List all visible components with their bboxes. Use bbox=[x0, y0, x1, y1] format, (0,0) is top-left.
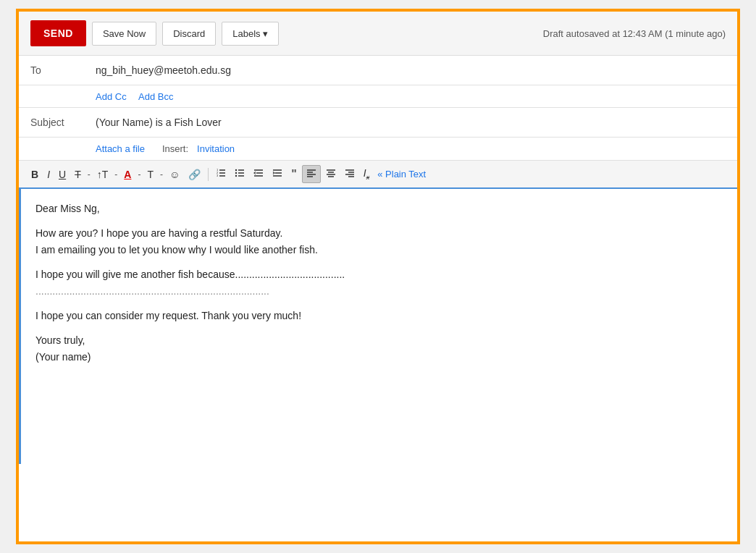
font-color-button[interactable]: A bbox=[120, 166, 135, 182]
body-para2: I hope you will give me another fish bec… bbox=[35, 266, 723, 299]
to-label: To bbox=[30, 56, 96, 85]
send-button[interactable]: SEND bbox=[30, 20, 86, 46]
text-bg-button[interactable]: T bbox=[143, 166, 157, 182]
draft-status: Draft autosaved at 12:43 AM (1 minute ag… bbox=[543, 28, 726, 39]
attach-file-link[interactable]: Attach a file bbox=[96, 143, 145, 154]
cc-bcc-row: Add Cc Add Bcc bbox=[19, 85, 737, 108]
svg-point-6 bbox=[235, 169, 237, 171]
align-left-button[interactable] bbox=[302, 165, 321, 183]
labels-button[interactable]: Labels ▾ bbox=[222, 22, 279, 46]
align-right-button[interactable] bbox=[341, 166, 358, 182]
attach-row: Attach a file Insert: Invitation bbox=[19, 138, 737, 161]
formatting-toolbar: B I U T - ↑T - A - T - ☺ 🔗 123 bbox=[19, 161, 737, 189]
svg-point-8 bbox=[235, 175, 237, 177]
compose-toolbar: SEND Save Now Discard Labels ▾ Draft aut… bbox=[19, 12, 737, 56]
insert-label: Insert: bbox=[162, 143, 188, 154]
body-greeting: Dear Miss Ng, bbox=[35, 200, 723, 216]
plain-text-link[interactable]: « Plain Text bbox=[377, 169, 426, 180]
compose-window: SEND Save Now Discard Labels ▾ Draft aut… bbox=[16, 9, 740, 544]
link-button[interactable]: 🔗 bbox=[185, 166, 204, 182]
separator-1 bbox=[208, 168, 209, 181]
subject-field[interactable] bbox=[96, 108, 726, 137]
numbered-list-button[interactable]: 123 bbox=[212, 166, 230, 182]
svg-text:3: 3 bbox=[217, 174, 219, 177]
subject-label: Subject bbox=[30, 108, 96, 137]
align-center-button[interactable] bbox=[322, 166, 340, 182]
quote-button[interactable]: " bbox=[287, 166, 301, 183]
add-cc-link[interactable]: Add Cc bbox=[96, 91, 127, 102]
body-para1: How are you? I hope you are having a res… bbox=[35, 225, 723, 258]
body-closing: Yours truly, (Your name) bbox=[35, 332, 723, 365]
bullet-list-button[interactable] bbox=[231, 166, 248, 182]
to-row: To bbox=[19, 56, 737, 85]
invitation-link[interactable]: Invitation bbox=[197, 143, 235, 154]
bold-button[interactable]: B bbox=[28, 166, 42, 182]
add-bcc-link[interactable]: Add Bcc bbox=[138, 91, 173, 102]
italic-button[interactable]: I bbox=[43, 166, 54, 182]
body-para3: I hope you can consider my request. Than… bbox=[35, 308, 723, 324]
discard-button[interactable]: Discard bbox=[162, 22, 216, 46]
font-size-button[interactable]: ↑T bbox=[93, 166, 112, 182]
underline-button[interactable]: U bbox=[55, 166, 70, 182]
email-body[interactable]: Dear Miss Ng, How are you? I hope you ar… bbox=[19, 189, 737, 464]
compose-area: To Add Cc Add Bcc Subject Attach a file … bbox=[19, 56, 737, 464]
strikethrough-button[interactable]: T bbox=[71, 166, 85, 182]
subject-row: Subject bbox=[19, 108, 737, 138]
indent-button[interactable] bbox=[269, 166, 286, 182]
to-field[interactable] bbox=[96, 56, 726, 85]
emoji-button[interactable]: ☺ bbox=[166, 166, 183, 182]
clear-format-button[interactable]: Ix bbox=[360, 165, 373, 183]
save-now-button[interactable]: Save Now bbox=[92, 22, 156, 46]
outdent-button[interactable] bbox=[250, 166, 267, 182]
svg-point-7 bbox=[235, 172, 237, 174]
